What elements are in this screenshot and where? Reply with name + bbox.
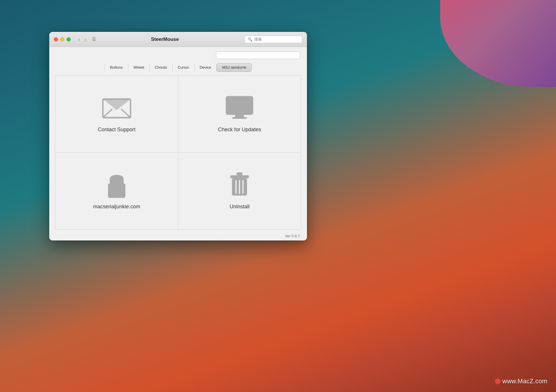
lock-icon bbox=[102, 172, 131, 198]
titlebar: ‹ › ⠿ SteerMouse 🔍 bbox=[49, 32, 307, 47]
svg-rect-9 bbox=[230, 175, 249, 178]
macserial-label: macserialjunkie.com bbox=[93, 204, 140, 210]
uninstall-cell[interactable]: Uninstall bbox=[178, 153, 301, 230]
app-window: ‹ › ⠿ SteerMouse 🔍 Buttons Wheel Chords … bbox=[49, 32, 307, 240]
svg-rect-7 bbox=[108, 183, 125, 198]
mail-icon bbox=[102, 95, 131, 121]
trash-icon bbox=[225, 172, 254, 198]
maximize-button[interactable] bbox=[67, 37, 71, 41]
forward-button[interactable]: › bbox=[83, 36, 88, 43]
content-area: Buttons Wheel Chords Cursor Device MSJ i… bbox=[49, 47, 307, 240]
tab-buttons[interactable]: Buttons bbox=[105, 63, 128, 72]
traffic-lights bbox=[54, 37, 71, 41]
tab-msj[interactable]: MSJ iamdumb bbox=[217, 63, 252, 72]
contact-support-cell[interactable]: Contact Support bbox=[55, 76, 178, 153]
filter-bar bbox=[49, 47, 307, 61]
svg-rect-5 bbox=[235, 114, 244, 117]
uninstall-label: Uninstall bbox=[230, 204, 250, 210]
svg-rect-4 bbox=[226, 97, 253, 114]
contact-support-label: Contact Support bbox=[98, 127, 136, 133]
watermark-logo bbox=[495, 378, 501, 384]
grid-view-button[interactable]: ⠿ bbox=[91, 36, 97, 43]
filter-input[interactable] bbox=[216, 52, 300, 59]
check-updates-label: Check for Updates bbox=[218, 127, 261, 133]
watermark-text: www.MacZ.com bbox=[502, 378, 547, 385]
close-button[interactable] bbox=[54, 37, 58, 41]
watermark: www.MacZ.com bbox=[495, 378, 547, 385]
svg-marker-1 bbox=[103, 99, 131, 110]
tabs-bar: Buttons Wheel Chords Cursor Device MSJ i… bbox=[49, 61, 307, 75]
window-title: SteerMouse bbox=[97, 37, 233, 42]
search-icon: 🔍 bbox=[248, 37, 253, 42]
macserial-cell[interactable]: macserialjunkie.com bbox=[55, 153, 178, 230]
tab-chords[interactable]: Chords bbox=[150, 63, 173, 72]
tab-device[interactable]: Device bbox=[195, 63, 217, 72]
search-bar: 🔍 bbox=[244, 36, 302, 43]
check-updates-cell[interactable]: Check for Updates bbox=[178, 76, 301, 153]
svg-line-3 bbox=[121, 109, 131, 118]
svg-rect-6 bbox=[232, 117, 247, 119]
search-input[interactable] bbox=[254, 37, 301, 41]
minimize-button[interactable] bbox=[60, 37, 64, 41]
svg-line-2 bbox=[103, 109, 112, 118]
nav-buttons: ‹ › bbox=[76, 36, 88, 43]
tab-wheel[interactable]: Wheel bbox=[128, 63, 150, 72]
monitor-icon bbox=[225, 95, 254, 121]
tab-cursor[interactable]: Cursor bbox=[173, 63, 195, 72]
back-button[interactable]: ‹ bbox=[76, 36, 82, 43]
version-row: Ver 5.6.7 bbox=[49, 233, 307, 240]
version-label: Ver 5.6.7 bbox=[285, 234, 300, 238]
main-grid: Contact Support Check for Updates bbox=[55, 75, 301, 230]
svg-rect-8 bbox=[237, 172, 242, 175]
